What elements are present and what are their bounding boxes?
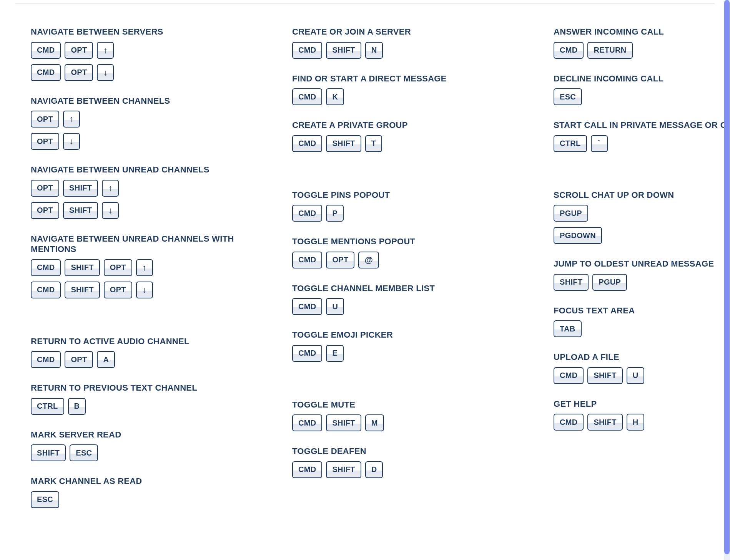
key: CMD	[31, 259, 61, 276]
keybind-row: OPT↑	[31, 111, 246, 128]
keybind-row: CMDU	[292, 298, 507, 315]
keybind-row: CTRLB	[31, 398, 246, 415]
key: OPT	[31, 111, 59, 128]
keybind-section: TOGGLE CHANNEL MEMBER LISTCMDU	[292, 283, 507, 315]
key: CMD	[31, 282, 61, 298]
keybind-section-title: CREATE A PRIVATE GROUP	[292, 120, 507, 131]
key: CMD	[292, 42, 322, 59]
key: OPT	[65, 351, 93, 368]
keybind-row: OPTSHIFT↑	[31, 180, 246, 197]
keybind-row: PGDOWN	[554, 227, 730, 244]
keybind-row: CMDOPT@	[292, 252, 507, 268]
keybind-section-title: CREATE OR JOIN A SERVER	[292, 27, 507, 37]
key: TAB	[554, 320, 582, 337]
keybind-section-title: NAVIGATE BETWEEN CHANNELS	[31, 96, 246, 106]
keybind-section-title: TOGGLE CHANNEL MEMBER LIST	[292, 283, 507, 294]
keybind-section: START CALL IN PRIVATE MESSAGE OR GROUPCT…	[554, 120, 730, 152]
keybind-row: CMDSHIFTN	[292, 42, 507, 59]
keybind-section: UPLOAD A FILECMDSHIFTU	[554, 352, 730, 384]
section-gap	[292, 167, 507, 190]
key: OPT	[65, 64, 93, 81]
keybind-section: FIND OR START A DIRECT MESSAGECMDK	[292, 73, 507, 106]
section-gap	[292, 376, 507, 399]
keybind-section-title: NAVIGATE BETWEEN SERVERS	[31, 27, 246, 37]
key: ESC	[31, 491, 59, 508]
key: CMD	[292, 345, 322, 362]
keybind-section-title: TOGGLE DEAFEN	[292, 446, 507, 457]
keybind-section: SCROLL CHAT UP OR DOWNPGUPPGDOWN	[554, 190, 730, 244]
keybind-section: RETURN TO ACTIVE AUDIO CHANNELCMDOPTA	[31, 336, 246, 368]
scrollbar-rail[interactable]	[724, 0, 730, 560]
key: CTRL	[554, 135, 587, 152]
keybind-section: NAVIGATE BETWEEN CHANNELSOPT↑OPT↓	[31, 96, 246, 150]
key: ↑	[102, 180, 119, 197]
key: SHIFT	[65, 259, 100, 276]
keybind-section-title: TOGGLE EMOJI PICKER	[292, 330, 507, 340]
key: CMD	[554, 42, 584, 59]
keybind-row: CMDRETURN	[554, 42, 730, 59]
key: B	[68, 398, 86, 415]
section-gap	[554, 167, 730, 190]
key: SHIFT	[63, 180, 98, 197]
column: CREATE OR JOIN A SERVERCMDSHIFTNFIND OR …	[292, 27, 507, 523]
keybindings-list: NAVIGATE BETWEEN SERVERSCMDOPT↑CMDOPT↓NA…	[0, 3, 730, 546]
keybind-section-title: SCROLL CHAT UP OR DOWN	[554, 190, 730, 200]
key: ↑	[63, 111, 80, 128]
keybind-section-title: TOGGLE MENTIONS POPOUT	[292, 236, 507, 247]
keybind-section-title: RETURN TO PREVIOUS TEXT CHANNEL	[31, 383, 246, 393]
key: SHIFT	[326, 461, 361, 478]
key: CTRL	[31, 398, 64, 415]
keybind-section: TOGGLE PINS POPOUTCMDP	[292, 190, 507, 222]
keybind-section-title: TOGGLE MUTE	[292, 399, 507, 410]
keybind-row: CMDSHIFTM	[292, 414, 507, 431]
keybind-section: TOGGLE DEAFENCMDSHIFTD	[292, 446, 507, 478]
keybind-section: NAVIGATE BETWEEN SERVERSCMDOPT↑CMDOPT↓	[31, 27, 246, 81]
key: SHIFT	[554, 274, 589, 291]
key: CMD	[292, 461, 322, 478]
keybind-row: CMDOPTA	[31, 351, 246, 368]
key: P	[326, 205, 344, 222]
keybind-row: TAB	[554, 320, 730, 337]
key: CMD	[31, 42, 61, 59]
key: SHIFT	[587, 367, 622, 384]
key: ↓	[136, 282, 153, 298]
keybind-section: NAVIGATE BETWEEN UNREAD CHANNELS WITH ME…	[31, 234, 246, 298]
key: CMD	[31, 64, 61, 81]
key: ESC	[70, 444, 98, 461]
keybind-section-title: RETURN TO ACTIVE AUDIO CHANNEL	[31, 336, 246, 347]
key: OPT	[326, 252, 354, 268]
keybind-section: DECLINE INCOMING CALLESC	[554, 73, 730, 106]
keybind-row: OPTSHIFT↓	[31, 202, 246, 219]
key: E	[326, 345, 344, 362]
keybind-row: ESC	[554, 88, 730, 105]
key: SHIFT	[587, 414, 622, 431]
key: A	[97, 351, 115, 368]
keybind-row: CMDOPT↑	[31, 42, 246, 59]
keybind-row: CMDOPT↓	[31, 64, 246, 81]
column: ANSWER INCOMING CALLCMDRETURNDECLINE INC…	[554, 27, 730, 523]
keybind-section: ANSWER INCOMING CALLCMDRETURN	[554, 27, 730, 59]
keybind-row: CMDSHIFTU	[554, 367, 730, 384]
key: SHIFT	[326, 135, 361, 152]
keybind-section-title: UPLOAD A FILE	[554, 352, 730, 363]
keybind-row: OPT↓	[31, 133, 246, 150]
keybind-section-title: GET HELP	[554, 399, 730, 409]
keybind-section: JUMP TO OLDEST UNREAD MESSAGESHIFTPGUP	[554, 258, 730, 291]
scrollbar-thumb[interactable]	[724, 0, 730, 554]
key: ↓	[97, 64, 114, 81]
keybind-row: CMDSHIFTD	[292, 461, 507, 478]
key: ↑	[136, 259, 153, 276]
key: U	[627, 367, 645, 384]
key: U	[326, 298, 344, 315]
key: @	[358, 252, 379, 268]
column: NAVIGATE BETWEEN SERVERSCMDOPT↑CMDOPT↓NA…	[31, 27, 246, 523]
keybind-row: CTRL`	[554, 135, 730, 152]
keybind-section: FOCUS TEXT AREATAB	[554, 305, 730, 338]
keybind-section: MARK CHANNEL AS READESC	[31, 476, 246, 508]
keybind-section: RETURN TO PREVIOUS TEXT CHANNELCTRLB	[31, 383, 246, 415]
key: N	[365, 42, 383, 59]
key: ↓	[63, 133, 80, 150]
key: SHIFT	[31, 444, 66, 461]
keybind-row: CMDSHIFTOPT↓	[31, 282, 246, 298]
keybind-section: GET HELPCMDSHIFTH	[554, 399, 730, 431]
